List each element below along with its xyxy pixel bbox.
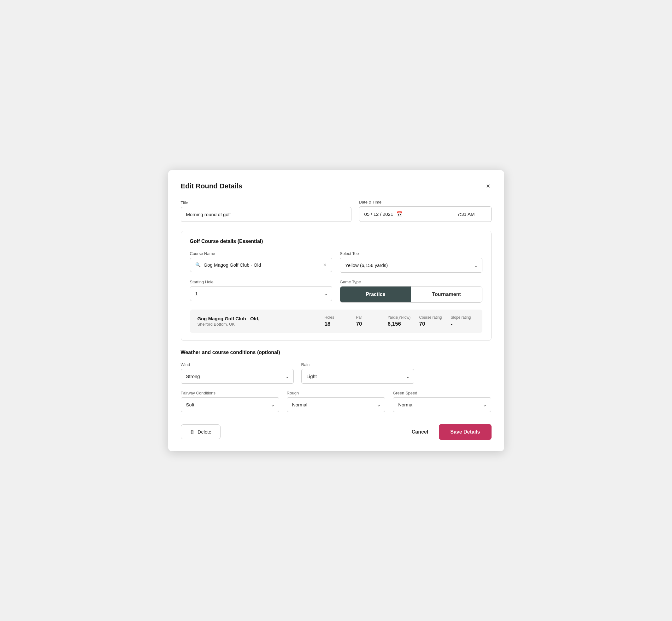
clear-course-icon[interactable]: ✕ <box>323 262 327 267</box>
wind-dropdown[interactable]: NoneLightModerateStrong <box>181 369 294 384</box>
course-rating-label: Course rating <box>419 315 442 320</box>
title-input[interactable] <box>181 207 351 222</box>
slope-rating-label: Slope rating <box>451 315 471 320</box>
course-rating-stat: Course rating 70 <box>412 315 443 327</box>
rain-label: Rain <box>301 362 414 367</box>
modal-title: Edit Round Details <box>181 182 243 190</box>
time-value: 7:31 AM <box>457 211 474 217</box>
starting-hole-game-type-row: Starting Hole 1234 5678 910 ⌄ Game Type … <box>190 280 482 303</box>
save-button[interactable]: Save Details <box>439 424 491 440</box>
game-type-label: Game Type <box>340 280 482 284</box>
select-tee-dropdown[interactable]: Yellow (6,156 yards) White Red Blue <box>340 258 482 273</box>
fairway-rough-green-row: Fairway Conditions DrySoftNormalWet ⌄ Ro… <box>181 391 492 412</box>
date-value: 05 / 12 / 2021 <box>365 211 393 217</box>
green-speed-label: Green Speed <box>393 391 491 396</box>
rough-select-wrap: ShortNormalLongVery Long ⌄ <box>287 397 385 412</box>
par-value: 70 <box>356 321 362 327</box>
rain-select-wrap: NoneLightModerateHeavy ⌄ <box>301 369 414 384</box>
starting-hole-field-group: Starting Hole 1234 5678 910 ⌄ <box>190 280 333 303</box>
time-field[interactable]: 7:31 AM <box>441 206 492 222</box>
course-name-display: Gog Magog Golf Club - Old, <box>198 316 317 321</box>
datetime-row: 05 / 12 / 2021 📅 7:31 AM <box>359 206 492 222</box>
course-name-field-group: Course Name 🔍 ✕ <box>190 251 333 273</box>
title-label: Title <box>181 200 351 205</box>
starting-hole-wrap: 1234 5678 910 ⌄ <box>190 286 333 301</box>
weather-section-title: Weather and course conditions (optional) <box>181 349 492 355</box>
trash-icon: 🗑 <box>190 429 195 434</box>
close-button[interactable]: × <box>485 181 492 191</box>
par-label: Par <box>356 315 362 320</box>
yards-value: 6,156 <box>388 321 401 327</box>
delete-label: Delete <box>198 429 211 434</box>
holes-value: 18 <box>325 321 331 327</box>
starting-hole-label: Starting Hole <box>190 280 333 284</box>
calendar-icon: 📅 <box>396 211 403 217</box>
yards-label: Yards(Yellow) <box>388 315 411 320</box>
wind-field-group: Wind NoneLightModerateStrong ⌄ <box>181 362 294 384</box>
tournament-button[interactable]: Tournament <box>411 287 482 302</box>
fairway-field-group: Fairway Conditions DrySoftNormalWet ⌄ <box>181 391 279 412</box>
fairway-dropdown[interactable]: DrySoftNormalWet <box>181 397 279 412</box>
title-field-group: Title <box>181 200 351 222</box>
rain-dropdown[interactable]: NoneLightModerateHeavy <box>301 369 414 384</box>
course-stats: Holes 18 Par 70 Yards(Yellow) 6,156 Cour… <box>317 315 475 327</box>
weather-section: Weather and course conditions (optional)… <box>181 349 492 412</box>
footer-right: Cancel Save Details <box>409 424 492 440</box>
edit-round-modal: Edit Round Details × Title Date & Time 0… <box>168 170 504 451</box>
fairway-label: Fairway Conditions <box>181 391 279 396</box>
datetime-label: Date & Time <box>359 200 492 204</box>
rough-dropdown[interactable]: ShortNormalLongVery Long <box>287 397 385 412</box>
course-name-input[interactable] <box>204 262 320 267</box>
cancel-button[interactable]: Cancel <box>409 425 431 439</box>
fairway-select-wrap: DrySoftNormalWet ⌄ <box>181 397 279 412</box>
green-speed-dropdown[interactable]: SlowNormalFastVery Fast <box>393 397 491 412</box>
select-tee-field-group: Select Tee Yellow (6,156 yards) White Re… <box>340 251 482 273</box>
practice-button[interactable]: Practice <box>340 287 411 302</box>
green-speed-select-wrap: SlowNormalFastVery Fast ⌄ <box>393 397 491 412</box>
green-speed-field-group: Green Speed SlowNormalFastVery Fast ⌄ <box>393 391 491 412</box>
rain-field-group: Rain NoneLightModerateHeavy ⌄ <box>301 362 414 384</box>
course-info-bar: Gog Magog Golf Club - Old, Shelford Bott… <box>190 309 482 333</box>
game-type-toggle: Practice Tournament <box>340 286 482 303</box>
footer-row: 🗑 Delete Cancel Save Details <box>181 421 492 440</box>
slope-rating-value: - <box>451 321 453 327</box>
holes-stat: Holes 18 <box>317 315 349 327</box>
course-name-tee-row: Course Name 🔍 ✕ Select Tee Yellow (6,156… <box>190 251 482 273</box>
wind-select-wrap: NoneLightModerateStrong ⌄ <box>181 369 294 384</box>
yards-stat: Yards(Yellow) 6,156 <box>380 315 412 327</box>
par-stat: Par 70 <box>349 315 380 327</box>
course-rating-value: 70 <box>419 321 425 327</box>
select-tee-wrap: Yellow (6,156 yards) White Red Blue ⌄ <box>340 258 482 273</box>
search-icon: 🔍 <box>195 262 201 267</box>
course-location-display: Shelford Bottom, UK <box>198 322 317 327</box>
select-tee-label: Select Tee <box>340 251 482 256</box>
rough-field-group: Rough ShortNormalLongVery Long ⌄ <box>287 391 385 412</box>
slope-rating-stat: Slope rating - <box>443 315 475 327</box>
rough-label: Rough <box>287 391 385 396</box>
wind-rain-row: Wind NoneLightModerateStrong ⌄ Rain None… <box>181 362 414 384</box>
starting-hole-dropdown[interactable]: 1234 5678 910 <box>190 286 333 301</box>
datetime-field-group: Date & Time 05 / 12 / 2021 📅 7:31 AM <box>359 200 492 222</box>
course-info-name: Gog Magog Golf Club - Old, Shelford Bott… <box>198 316 317 327</box>
golf-course-section: Golf Course details (Essential) Course N… <box>181 231 492 341</box>
delete-button[interactable]: 🗑 Delete <box>181 424 220 439</box>
modal-header: Edit Round Details × <box>181 181 492 191</box>
course-name-search-wrap: 🔍 ✕ <box>190 258 333 272</box>
golf-course-section-title: Golf Course details (Essential) <box>190 239 482 244</box>
top-row: Title Date & Time 05 / 12 / 2021 📅 7:31 … <box>181 200 492 222</box>
date-field[interactable]: 05 / 12 / 2021 📅 <box>359 206 441 222</box>
course-name-label: Course Name <box>190 251 333 256</box>
wind-label: Wind <box>181 362 294 367</box>
game-type-field-group: Game Type Practice Tournament <box>340 280 482 303</box>
holes-label: Holes <box>325 315 334 320</box>
